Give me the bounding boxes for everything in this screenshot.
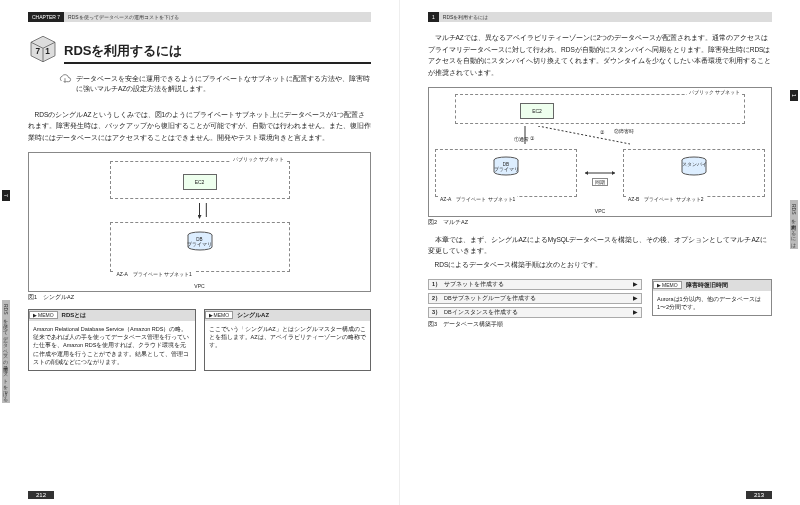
page-number: 213 — [746, 491, 772, 499]
diagram-single-az: パブリック サブネット EC2 AZ-A プライベート サブネット1 DBプライ… — [28, 152, 371, 292]
private-subnet-label: AZ-A プライベート サブネット1 — [115, 271, 194, 277]
chevron-right-icon: ▶ — [633, 281, 638, 287]
figure1-caption: 図1 シングルAZ — [28, 294, 371, 301]
memo-row: ▶MEMORDSとは Amazon Relational Database Se… — [28, 309, 371, 371]
step-row: 2）DBサブネットグループを作成する▶ — [428, 293, 642, 304]
step-row: 3）DBインスタンスを作成する▶ — [428, 307, 642, 318]
arrows-icon: ① ② — [429, 126, 771, 148]
private-subnet1-label: AZ-A プライベート サブネット1 — [438, 196, 517, 202]
side-tab-chapter: 7 — [2, 190, 10, 201]
db-standby-icon: スタンバイ — [679, 156, 709, 178]
svg-text:①: ① — [530, 135, 535, 141]
db-primary-icon: DBプライマリ — [491, 156, 521, 178]
steps-list: 1）サブネットを作成する▶ 2）DBサブネットグループを作成する▶ 3）DBイン… — [428, 279, 642, 336]
memo-title: シングルAZ — [233, 310, 370, 321]
section-title-small: RDSを利用するには — [439, 14, 493, 20]
left-para-1: RDSのシングルAZというしくみでは、図1のようにプライベートサブネット上にデー… — [28, 109, 371, 144]
public-subnet-label: パブリック サブネット — [231, 156, 286, 162]
chapter-title: RDSを使ってデータベースの運用コストを下げる — [64, 14, 183, 20]
side-tab-title: RDSを使ってデータベースの運用コストを下げる — [2, 300, 10, 403]
chevron-right-icon: ▶ — [633, 295, 638, 301]
ec2-box: EC2 — [183, 174, 217, 190]
sync-label: 同期 — [583, 149, 617, 197]
section-intro: データベースを安全に運用できるようにプライベートなサブネットに配置する方法や、障… — [58, 74, 371, 95]
public-subnet-label: パブリック サブネット — [687, 89, 742, 95]
memo-tag-icon: ▶MEMO — [29, 311, 58, 319]
page-number: 212 — [28, 491, 54, 499]
right-para-1: マルチAZでは、異なるアベイラビリティーゾーンに2つのデータベースが配置されます… — [428, 32, 772, 79]
right-para-3: RDSによるデータベース構築手順は次のとおりです。 — [428, 259, 772, 271]
vpc-label: VPC — [595, 208, 605, 214]
memo-body: Amazon Relational Database Service（Amazo… — [29, 321, 195, 370]
svg-text:②: ② — [600, 129, 605, 135]
step-row: 1）サブネットを作成する▶ — [428, 279, 642, 290]
cube-icon: 7 1 — [28, 34, 58, 64]
memo-body: ここでいう「シングルAZ」とはシングルマスター構成のことを指します。AZは、アベ… — [205, 321, 371, 354]
figure3-caption: 図3 データベース構築手順 — [428, 321, 642, 328]
section-number: 1 — [428, 12, 439, 22]
side-tab-section: 1 — [790, 90, 798, 101]
vpc-label: VPC — [194, 283, 204, 289]
chapter-tag: CHAPTER 7 — [28, 12, 64, 22]
memo-tag-icon: ▶MEMO — [205, 311, 234, 319]
page-right: 1 RDSを利用するには 1 RDSを利用するには マルチAZでは、異なるアベイ… — [400, 0, 800, 505]
figure2-caption: 図2 マルチAZ — [428, 219, 772, 226]
chevron-right-icon: ▶ — [633, 309, 638, 315]
memo-title: 障害時復旧時間 — [682, 280, 771, 291]
page-left: CHAPTER 7 RDSを使ってデータベースの運用コストを下げる 7 RDSを… — [0, 0, 400, 505]
memo-body: Auroraは1分以内、他のデータベースは1〜2分間です。 — [653, 291, 771, 316]
memo-single-az: ▶MEMOシングルAZ ここでいう「シングルAZ」とはシングルマスター構成のこと… — [204, 309, 372, 371]
label-failure: ②障害時 — [614, 128, 634, 134]
memo-recovery-time: ▶MEMO障害時復旧時間 Auroraは1分以内、他のデータベースは1〜2分間で… — [652, 279, 772, 317]
section-header-bar: 1 RDSを利用するには — [428, 12, 772, 22]
cloud-download-icon — [58, 74, 72, 95]
right-para-2: 本章では、まず、シングルAZによるMySQLデータベースを構築し、その後、オプシ… — [428, 234, 772, 257]
svg-text:7: 7 — [36, 47, 41, 56]
side-tab-title: RDSを利用するには — [790, 200, 798, 249]
section-title: RDSを利用するには — [64, 42, 371, 64]
memo-tag-icon: ▶MEMO — [653, 281, 682, 289]
memo-rds: ▶MEMORDSとは Amazon Relational Database Se… — [28, 309, 196, 371]
arrow-down-icon — [29, 203, 370, 221]
label-normal: ①通常 — [514, 136, 529, 142]
chapter-header: CHAPTER 7 RDSを使ってデータベースの運用コストを下げる — [28, 12, 371, 22]
svg-text:1: 1 — [45, 47, 50, 56]
diagram-multi-az: パブリック サブネット EC2 ① ② ①通常 ②障害時 AZ-A プライベート… — [428, 87, 772, 217]
private-subnet2-label: AZ-B プライベート サブネット2 — [626, 196, 706, 202]
db-primary-icon: DBプライマリ — [185, 231, 215, 253]
section-header: 7 1 RDSを利用するには — [28, 34, 371, 64]
ec2-box: EC2 — [520, 103, 554, 119]
intro-text: データベースを安全に運用できるようにプライベートなサブネットに配置する方法や、障… — [76, 74, 371, 95]
memo-title: RDSとは — [58, 310, 195, 321]
